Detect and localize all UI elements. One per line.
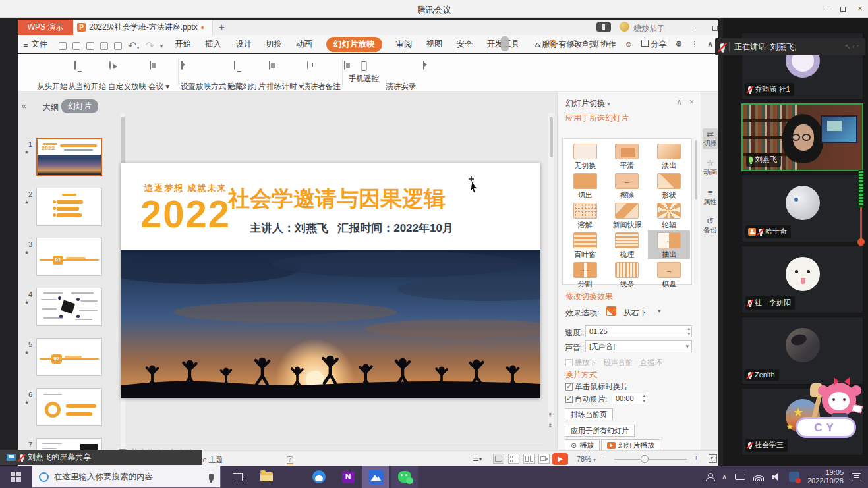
- close-button[interactable]: ×: [855, 4, 865, 13]
- notes-toggle-icon[interactable]: ☰▾: [473, 454, 482, 463]
- fit-to-window-button[interactable]: [709, 454, 717, 463]
- effect-smooth[interactable]: 平滑: [606, 141, 649, 171]
- meeting-button[interactable]: 会议 ▾: [136, 58, 182, 92]
- participant-tile[interactable]: Zenith: [741, 317, 863, 385]
- browser-button[interactable]: [306, 466, 332, 488]
- tab-security[interactable]: 安全: [457, 39, 473, 50]
- tab-animation[interactable]: 动画: [296, 39, 312, 50]
- output-icon[interactable]: [72, 42, 80, 50]
- slide-thumbnail-1[interactable]: 2022: [36, 138, 102, 176]
- effect-cut[interactable]: 切出: [564, 171, 606, 200]
- tab-home[interactable]: 开始: [175, 39, 191, 50]
- effect-shape[interactable]: 形状: [648, 171, 690, 200]
- tab-transition[interactable]: 切换: [266, 39, 282, 50]
- preview-icon[interactable]: [100, 42, 108, 50]
- notification-center-icon[interactable]: [852, 473, 861, 481]
- save-icon[interactable]: [59, 42, 67, 50]
- recorder-tray-icon[interactable]: [789, 472, 799, 482]
- member-badge-icon[interactable]: [596, 22, 611, 32]
- keyboard-icon[interactable]: [735, 474, 745, 480]
- tab-view[interactable]: 视图: [426, 39, 443, 50]
- new-tab-button[interactable]: +: [219, 21, 225, 32]
- slide-thumbnail-6[interactable]: [36, 388, 102, 426]
- effect-pull-selected[interactable]: ←抽出: [648, 230, 690, 259]
- effect-split[interactable]: →←分割: [564, 259, 606, 289]
- from-current-button[interactable]: 从当前开始: [64, 58, 110, 92]
- tab-slideshow-active[interactable]: 幻灯片放映: [326, 37, 382, 52]
- slide-thumbnail-2[interactable]: [36, 188, 102, 226]
- effect-wipe[interactable]: ←擦除: [606, 171, 649, 200]
- effect-none[interactable]: 无切换: [564, 141, 606, 171]
- wechat-button[interactable]: [391, 466, 418, 488]
- tab-review[interactable]: 审阅: [396, 39, 413, 50]
- share-button[interactable]: 分享: [641, 39, 666, 50]
- strip-tab-backup[interactable]: ↺备份: [703, 217, 718, 235]
- minimize-button[interactable]: [821, 4, 830, 13]
- pin-pane-icon[interactable]: ⊼: [676, 97, 682, 107]
- slideshow-play-button[interactable]: 幻灯片播放: [601, 439, 660, 451]
- settings-gear-icon[interactable]: ⚙: [675, 40, 682, 49]
- normal-view-button[interactable]: [493, 454, 504, 464]
- taskbar-search[interactable]: 在这里输入你要搜索的内容: [32, 466, 221, 488]
- tab-insert[interactable]: 插入: [205, 39, 221, 50]
- strip-tab-transition[interactable]: ⇄切换: [703, 128, 718, 149]
- speaker-icon[interactable]: [772, 473, 781, 481]
- wps-maximize-button[interactable]: [712, 22, 718, 32]
- participant-tile-speaking[interactable]: 刘燕飞: [741, 103, 863, 171]
- search-mic-icon[interactable]: [209, 474, 214, 481]
- hidden-icons-chevron[interactable]: ∧: [722, 473, 727, 481]
- slide-thumbnail-3[interactable]: 01: [36, 238, 102, 276]
- tab-outline[interactable]: 大纲: [43, 102, 59, 113]
- effect-dissolve[interactable]: 溶解: [564, 200, 606, 230]
- slide-scrollbar[interactable]: [548, 113, 554, 427]
- undo-icon[interactable]: ↶▾: [128, 40, 139, 52]
- people-icon[interactable]: [706, 473, 714, 481]
- missing-font-item[interactable]: 字: [287, 455, 293, 464]
- slideshow-play-statusbar-button[interactable]: ▶: [552, 453, 568, 465]
- slide-sorter-view-button[interactable]: [508, 454, 519, 464]
- effect-checker[interactable]: →棋盘: [648, 259, 690, 289]
- slide-thumbnail-5[interactable]: 02: [36, 338, 102, 376]
- effect-option-icon[interactable]: [606, 306, 616, 316]
- taskbar-clock[interactable]: 19:05 2022/10/28: [807, 468, 844, 485]
- tab-design[interactable]: 设计: [235, 39, 252, 50]
- tab-slides[interactable]: 幻灯片: [61, 99, 98, 113]
- more-menu-icon[interactable]: ⋮: [691, 40, 699, 49]
- rehearse-current-button[interactable]: 排练当前页: [565, 408, 613, 420]
- document-tab[interactable]: P 2022级社会学班-方法讲座.pptx •: [73, 20, 213, 35]
- collapse-ribbon-icon[interactable]: ∧: [707, 40, 713, 49]
- effect-comb[interactable]: 梳理: [606, 230, 649, 259]
- layout-arrows-icon[interactable]: ↖↩: [844, 42, 860, 51]
- feedback-smiley-icon[interactable]: ☺: [625, 40, 633, 49]
- tencent-meeting-button[interactable]: [362, 466, 389, 488]
- format-painter-icon[interactable]: [114, 42, 122, 50]
- effect-newsflash[interactable]: 新闻快报: [606, 200, 649, 230]
- account-name[interactable]: 糖炒茄子: [633, 23, 665, 34]
- slide-canvas[interactable]: 追逐梦想 成就未来 2022 社会学邀请与因果逻辑 主讲人：刘燕飞 汇报时间：2…: [121, 163, 540, 398]
- reading-view-button[interactable]: [523, 454, 535, 464]
- share-mic-icon[interactable]: [20, 454, 24, 460]
- account-avatar[interactable]: [620, 22, 629, 32]
- loop-sound-checkbox[interactable]: [565, 359, 573, 366]
- speed-spinner[interactable]: ▴▾: [687, 326, 690, 337]
- speaker-notes-button[interactable]: 演讲者备注: [299, 58, 345, 92]
- participant-tile[interactable]: 哈士奇: [741, 175, 863, 242]
- advance-on-click-checkbox[interactable]: [565, 383, 573, 391]
- auto-advance-checkbox[interactable]: [565, 396, 573, 403]
- pane-scrollbar[interactable]: [694, 139, 698, 284]
- apply-to-all-button[interactable]: 应用于所有幻灯片: [565, 425, 635, 437]
- effect-lines[interactable]: 线条: [606, 259, 649, 289]
- effect-fade[interactable]: 淡出: [648, 141, 690, 171]
- print-icon[interactable]: [86, 42, 94, 50]
- collaborate-button[interactable]: 协作: [591, 39, 616, 50]
- zoom-in-button[interactable]: +: [694, 454, 698, 462]
- zoom-slider-track[interactable]: [614, 459, 687, 460]
- changes-button[interactable]: 有修改: [549, 39, 582, 50]
- effect-blinds[interactable]: 百叶窗: [564, 230, 606, 259]
- start-button[interactable]: [0, 466, 32, 488]
- zoom-level[interactable]: 78% ▾: [577, 455, 596, 463]
- volume-meter[interactable]: [858, 170, 864, 253]
- effect-option-dropdown-icon[interactable]: ▾: [658, 308, 661, 314]
- screen-share-banner[interactable]: 刘燕飞的屏幕共享: [0, 450, 202, 465]
- task-view-button[interactable]: [224, 466, 250, 488]
